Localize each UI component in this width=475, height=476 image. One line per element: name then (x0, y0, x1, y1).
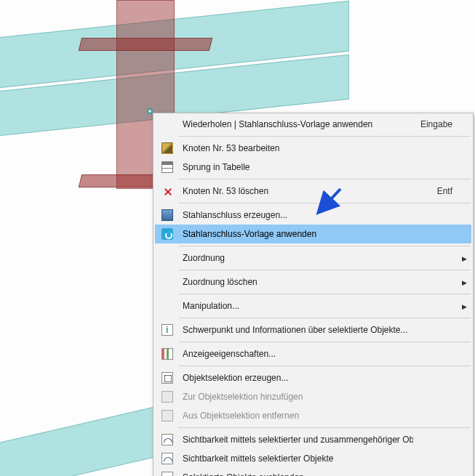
vis-icon (158, 472, 177, 476)
menu-item-label: Anzeigeeigenschaften... (177, 349, 413, 359)
submenu-arrow-icon (457, 253, 468, 263)
column-flange-render (79, 38, 212, 51)
menu-item-display-props[interactable]: Anzeigeeigenschaften... (155, 344, 471, 363)
menu-item-label: Sprung in Tabelle (177, 162, 413, 172)
menu-item-jump-table[interactable]: Sprung in Tabelle (155, 158, 471, 177)
menu-item-label: Stahlanschluss-Vorlage anwenden (177, 229, 413, 239)
menu-item-shortcut: Eingabe (413, 119, 457, 129)
menu-item-label: Sichtbarkeit mittels selektierter Objekt… (177, 453, 413, 464)
menu-item-label: Objektselektion erzeugen... (177, 373, 413, 383)
info-icon (158, 324, 177, 336)
menu-item-unassign[interactable]: Zuordnung löschen (155, 273, 471, 291)
menu-item-label: Zur Objektselektion hinzufügen (177, 392, 413, 402)
menu-item-label: Sichtbarkeit mittels selektierter und zu… (177, 435, 413, 445)
menu-item-label: Selektierte Objekte ausblenden (177, 472, 413, 476)
menu-item-shortcut: Entf (413, 186, 457, 196)
menu-item-redo[interactable]: Wiederholen | Stahlanschluss-Vorlage anw… (155, 115, 471, 134)
menu-separator (178, 179, 471, 179)
menu-separator (178, 342, 471, 342)
menu-separator (178, 203, 471, 203)
menu-item-label: Stahlanschluss erzeugen... (177, 210, 413, 220)
menu-item-hide-selected[interactable]: Selektierte Objekte ausblenden (155, 468, 471, 476)
menu-item-label: Schwerpunkt und Informationen über selek… (177, 325, 413, 335)
steel-icon (158, 209, 177, 221)
menu-item-centroid-info[interactable]: Schwerpunkt und Informationen über selek… (155, 320, 471, 339)
menu-item-delete-node[interactable]: Knoten Nr. 53 löschenEntf (155, 182, 471, 201)
menu-item-vis-selected[interactable]: Sichtbarkeit mittels selektierter Objekt… (155, 449, 471, 468)
generic-icon (158, 391, 177, 403)
menu-item-manipulate[interactable]: Manipulation... (155, 297, 471, 315)
menu-item-label: Knoten Nr. 53 bearbeiten (177, 143, 413, 153)
menu-separator (178, 270, 471, 270)
props-icon (158, 348, 177, 360)
vis-icon (158, 453, 177, 464)
context-menu: Wiederholen | Stahlanschluss-Vorlage anw… (153, 113, 474, 476)
sel-icon (158, 372, 177, 384)
node-marker[interactable] (147, 108, 153, 114)
menu-item-assign[interactable]: Zuordnung (155, 249, 471, 267)
submenu-arrow-icon (457, 301, 468, 311)
menu-item-label: Aus Objektselektion entfernen (177, 411, 413, 421)
menu-item-apply-template[interactable]: Stahlanschluss-Vorlage anwenden (155, 225, 471, 243)
beam-render (0, 406, 160, 476)
generic-icon (158, 410, 177, 421)
menu-separator (178, 318, 471, 318)
menu-item-label: Zuordnung löschen (177, 277, 413, 287)
menu-item-rem-objsel: Aus Objektselektion entfernen (155, 406, 471, 425)
edit-icon (158, 142, 177, 154)
menu-item-label: Knoten Nr. 53 löschen (177, 186, 413, 196)
template-icon (158, 228, 177, 240)
menu-item-create-conn[interactable]: Stahlanschluss erzeugen... (155, 206, 471, 225)
menu-separator (178, 366, 471, 366)
menu-item-edit-node[interactable]: Knoten Nr. 53 bearbeiten (155, 139, 471, 158)
menu-separator (178, 136, 471, 137)
menu-item-add-objsel: Zur Objektselektion hinzufügen (155, 387, 471, 406)
table-icon (158, 161, 177, 173)
vis-icon (158, 434, 177, 445)
menu-item-label: Manipulation... (177, 301, 413, 311)
menu-item-label: Wiederholen | Stahlanschluss-Vorlage anw… (177, 119, 413, 129)
menu-separator (178, 294, 471, 294)
menu-separator (178, 427, 471, 428)
menu-item-label: Zuordnung (177, 253, 413, 263)
menu-item-create-objsel[interactable]: Objektselektion erzeugen... (155, 368, 471, 387)
submenu-arrow-icon (457, 277, 468, 287)
delete-icon (158, 185, 177, 197)
menu-separator (178, 246, 471, 246)
menu-item-vis-related[interactable]: Sichtbarkeit mittels selektierter und zu… (155, 430, 471, 449)
